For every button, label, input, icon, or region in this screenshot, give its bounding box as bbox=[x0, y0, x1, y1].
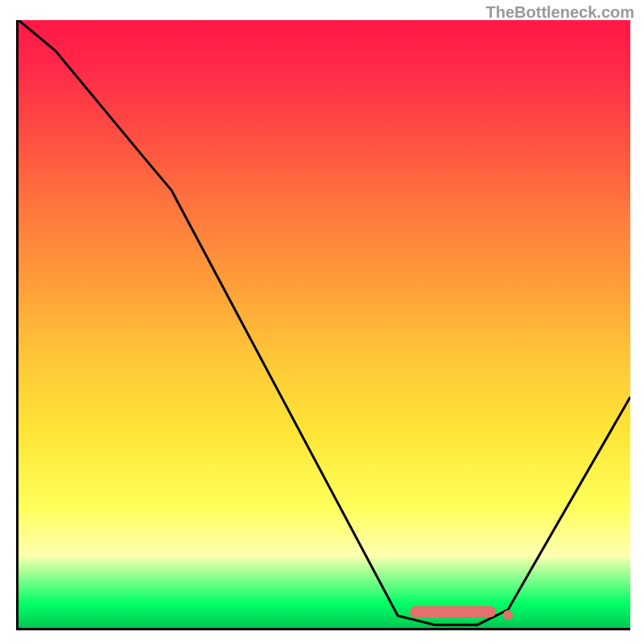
gradient-background bbox=[19, 20, 630, 628]
watermark-text: TheBottleneck.com bbox=[486, 3, 634, 22]
plot-area bbox=[16, 20, 630, 630]
optimal-range-end-dot bbox=[503, 610, 513, 620]
chart-container: TheBottleneck.com bbox=[0, 0, 644, 644]
optimal-range-band bbox=[410, 606, 495, 617]
